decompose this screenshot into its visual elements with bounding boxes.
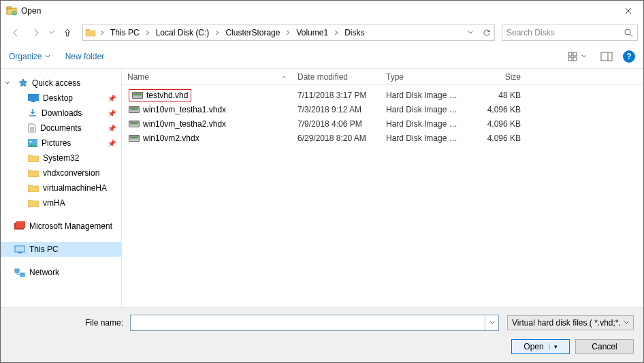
open-button[interactable]: Open ▾ bbox=[511, 339, 570, 354]
split-chevron-icon: ▾ bbox=[549, 343, 558, 350]
dialog-footer: File name: Virtual hard disk files ( *.v… bbox=[1, 307, 643, 362]
computer-icon bbox=[14, 245, 25, 254]
pin-icon: 📌 bbox=[108, 140, 116, 147]
breadcrumb-volume1[interactable]: Volume1 bbox=[292, 25, 340, 40]
pin-icon: 📌 bbox=[108, 110, 116, 117]
file-row[interactable]: win10vm2.vhdx 6/29/2018 8:20 AM Hard Dis… bbox=[122, 131, 643, 145]
filename-dropdown-button[interactable] bbox=[485, 315, 498, 330]
folder-icon bbox=[28, 199, 39, 207]
pictures-icon bbox=[28, 139, 37, 147]
cancel-button[interactable]: Cancel bbox=[575, 339, 634, 354]
nav-documents[interactable]: Documents📌 bbox=[1, 121, 121, 136]
open-dialog-window: Open This PC Local Disk (C:) ClusterStor… bbox=[0, 0, 644, 363]
breadcrumb-sep[interactable] bbox=[98, 25, 106, 40]
pin-icon: 📌 bbox=[108, 95, 116, 102]
highlight-box: testvhd.vhd bbox=[129, 89, 191, 101]
svg-point-3 bbox=[625, 29, 630, 35]
forward-button[interactable] bbox=[27, 24, 46, 42]
filename-label: File name: bbox=[10, 318, 126, 328]
downloads-icon bbox=[28, 108, 37, 118]
help-button[interactable]: ? bbox=[623, 50, 635, 63]
file-row[interactable]: win10vm_testha2.vhdx 7/9/2018 4:06 PM Ha… bbox=[122, 116, 643, 131]
view-options-button[interactable] bbox=[564, 50, 590, 63]
search-input[interactable]: Search Disks bbox=[502, 25, 638, 41]
breadcrumb-disks[interactable]: Disks bbox=[340, 25, 368, 40]
search-icon bbox=[624, 29, 633, 37]
svg-rect-6 bbox=[568, 57, 572, 61]
file-row[interactable]: win10vm_testha1.vhdx 7/3/2018 9:12 AM Ha… bbox=[122, 102, 643, 116]
folder-icon bbox=[83, 27, 98, 38]
svg-rect-18 bbox=[15, 269, 19, 272]
folder-icon bbox=[28, 169, 39, 177]
nav-mmc[interactable]: Microsoft Management bbox=[1, 219, 121, 234]
column-headers: Name Date modified Type Size bbox=[122, 69, 643, 85]
preview-pane-button[interactable] bbox=[597, 50, 616, 63]
navigation-pane: Quick access Desktop📌 Downloads📌 Documen… bbox=[1, 69, 122, 307]
dialog-body: Quick access Desktop📌 Downloads📌 Documen… bbox=[1, 69, 643, 307]
window-title: Open bbox=[21, 6, 41, 16]
svg-point-13 bbox=[30, 141, 32, 143]
pin-icon: 📌 bbox=[108, 125, 116, 132]
up-button[interactable] bbox=[58, 24, 77, 42]
svg-rect-15 bbox=[16, 221, 25, 228]
file-pane: Name Date modified Type Size testvhd.vhd… bbox=[122, 69, 643, 307]
back-button[interactable] bbox=[6, 24, 25, 42]
nav-vhdxconversion[interactable]: vhdxconversion bbox=[1, 165, 121, 180]
folder-icon bbox=[28, 184, 39, 192]
organize-menu[interactable]: Organize bbox=[9, 52, 50, 61]
svg-rect-17 bbox=[18, 252, 22, 253]
chevron-down-icon bbox=[581, 54, 587, 59]
chevron-right-icon bbox=[213, 30, 221, 35]
breadcrumb-this-pc[interactable]: This PC bbox=[106, 25, 152, 40]
svg-rect-19 bbox=[20, 273, 25, 277]
disk-icon bbox=[132, 92, 143, 99]
star-icon bbox=[18, 78, 28, 88]
filename-input[interactable] bbox=[131, 315, 485, 330]
svg-rect-8 bbox=[601, 52, 612, 61]
mmc-icon bbox=[14, 221, 25, 231]
svg-rect-4 bbox=[568, 52, 572, 56]
column-size[interactable]: Size bbox=[465, 72, 526, 82]
nav-network[interactable]: Network bbox=[1, 265, 121, 280]
file-list: testvhd.vhd 7/11/2018 3:17 PM Hard Disk … bbox=[122, 85, 643, 307]
breadcrumb-local-disk[interactable]: Local Disk (C:) bbox=[152, 25, 222, 40]
breadcrumb-clusterstorage[interactable]: ClusterStorage bbox=[221, 25, 292, 40]
svg-rect-11 bbox=[31, 101, 35, 102]
new-folder-button[interactable]: New folder bbox=[65, 52, 104, 61]
nav-virtualmachineha[interactable]: virtualmachineHA bbox=[1, 180, 121, 195]
chevron-down-icon bbox=[5, 80, 12, 86]
disk-icon bbox=[129, 135, 140, 142]
column-date[interactable]: Date modified bbox=[292, 72, 381, 82]
documents-icon bbox=[28, 123, 36, 133]
titlebar: Open bbox=[1, 1, 643, 21]
chevron-down-icon bbox=[624, 321, 629, 325]
app-icon bbox=[6, 5, 17, 16]
chevron-right-icon bbox=[144, 30, 152, 35]
svg-rect-10 bbox=[28, 94, 39, 101]
svg-rect-7 bbox=[573, 57, 577, 61]
nav-pictures[interactable]: Pictures📌 bbox=[1, 136, 121, 151]
network-icon bbox=[14, 268, 25, 277]
nav-desktop[interactable]: Desktop📌 bbox=[1, 91, 121, 106]
svg-rect-16 bbox=[15, 246, 25, 252]
recent-locations-button[interactable] bbox=[47, 30, 57, 35]
file-type-filter[interactable]: Virtual hard disk files ( *.vhd;*. bbox=[507, 315, 634, 330]
nav-quick-access[interactable]: Quick access bbox=[1, 76, 121, 91]
refresh-button[interactable] bbox=[478, 25, 494, 40]
column-name[interactable]: Name bbox=[122, 72, 292, 82]
sort-asc-icon bbox=[281, 75, 287, 79]
close-button[interactable] bbox=[613, 1, 643, 21]
disk-icon bbox=[129, 121, 140, 127]
nav-this-pc[interactable]: This PC bbox=[1, 242, 121, 257]
filename-input-wrapper bbox=[130, 315, 499, 331]
nav-downloads[interactable]: Downloads📌 bbox=[1, 106, 121, 121]
nav-system32[interactable]: System32 bbox=[1, 151, 121, 165]
address-bar[interactable]: This PC Local Disk (C:) ClusterStorage V… bbox=[82, 25, 495, 41]
column-type[interactable]: Type bbox=[381, 72, 465, 82]
nav-vmha[interactable]: vmHA bbox=[1, 195, 121, 210]
file-row[interactable]: testvhd.vhd 7/11/2018 3:17 PM Hard Disk … bbox=[122, 88, 643, 102]
disk-icon bbox=[129, 106, 140, 113]
svg-rect-1 bbox=[7, 7, 11, 9]
toolbar: Organize New folder ? bbox=[1, 44, 643, 69]
address-dropdown-button[interactable] bbox=[462, 25, 478, 40]
